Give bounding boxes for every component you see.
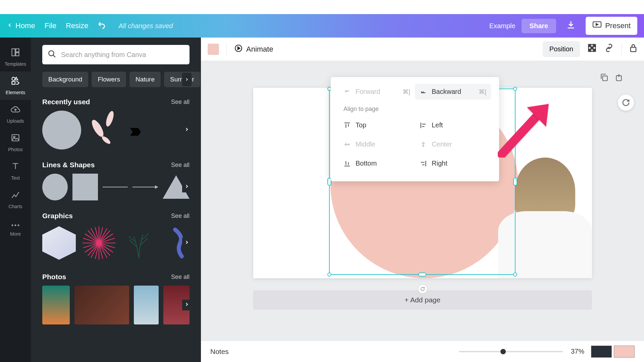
page-thumb-1[interactable]	[591, 346, 612, 358]
nav-photos[interactable]: Photos	[0, 128, 31, 157]
transparency-icon[interactable]	[587, 43, 597, 55]
svg-point-9	[15, 225, 16, 226]
chip-scroll-right[interactable]	[182, 73, 192, 86]
shape-line[interactable]	[103, 187, 128, 187]
svg-rect-47	[603, 76, 607, 81]
resize-handle-tr[interactable]	[513, 87, 517, 91]
nav-templates[interactable]: Templates	[0, 43, 31, 71]
share-button[interactable]: Share	[522, 19, 556, 33]
row-scroll-right[interactable]	[182, 300, 192, 310]
duplicate-page-icon[interactable]	[600, 73, 608, 84]
shape-square[interactable]	[72, 174, 98, 200]
bottom-bar: ⌃ Notes 37%	[201, 341, 644, 362]
element-chevrons[interactable]: ›››	[129, 119, 138, 142]
resize-handle-br[interactable]	[513, 273, 517, 277]
chevron-up-icon[interactable]: ⌃	[420, 34, 425, 41]
canvas-area: Animate Position	[201, 38, 644, 362]
svg-point-8	[12, 225, 13, 226]
element-streaks[interactable]	[86, 111, 125, 149]
backward-label: Backward	[432, 88, 461, 96]
save-status: All changes saved	[118, 22, 173, 30]
elements-icon	[11, 76, 20, 88]
search-input[interactable]	[61, 51, 184, 59]
see-all-shapes[interactable]: See all	[171, 162, 190, 169]
page-thumb-2[interactable]	[614, 346, 635, 358]
zoom-thumb[interactable]	[500, 349, 506, 354]
see-all-recent[interactable]: See all	[171, 99, 190, 106]
lock-icon[interactable]	[629, 43, 637, 55]
element-circle[interactable]	[42, 111, 81, 149]
row-scroll-right[interactable]	[182, 182, 192, 192]
file-menu[interactable]: File	[45, 21, 56, 30]
popup-align-center: Center	[415, 136, 491, 152]
nav-more[interactable]: More	[0, 214, 31, 241]
resize-handle-mr[interactable]	[513, 178, 517, 186]
chip-background[interactable]: Background	[42, 72, 88, 87]
graphic-plant[interactable]	[122, 225, 156, 261]
panel-collapse-handle[interactable]	[198, 232, 201, 252]
shape-circle[interactable]	[42, 174, 68, 200]
see-all-graphics[interactable]: See all	[171, 213, 190, 220]
svg-rect-1	[12, 49, 15, 56]
search-box[interactable]	[42, 45, 190, 64]
nav-label: Uploads	[7, 118, 24, 124]
nav-text[interactable]: Text	[0, 157, 31, 185]
recent-thumbs: ›››	[42, 111, 190, 149]
photo-thumb[interactable]	[42, 286, 70, 324]
graphic-burst[interactable]	[80, 225, 117, 261]
add-page-button[interactable]: + Add page	[253, 290, 592, 310]
popup-align-left[interactable]: Left	[415, 117, 491, 133]
svg-rect-6	[12, 135, 19, 141]
present-button[interactable]: Present	[586, 17, 637, 35]
notes-button[interactable]: Notes	[210, 348, 229, 356]
elements-panel: Background Flowers Nature Summer Recentl…	[31, 38, 201, 362]
popup-align-top[interactable]: Top	[339, 117, 415, 133]
page-actions	[600, 73, 623, 84]
zoom-value: 37%	[571, 348, 584, 355]
row-scroll-right[interactable]	[182, 125, 192, 135]
see-all-photos[interactable]: See all	[171, 274, 190, 281]
popup-align-middle: Middle	[339, 136, 415, 152]
present-label: Present	[605, 21, 631, 30]
add-page-above-icon[interactable]	[614, 73, 623, 84]
home-link[interactable]: Home	[7, 21, 35, 30]
chip-flowers[interactable]: Flowers	[92, 72, 126, 87]
link-icon[interactable]	[604, 44, 614, 55]
canvas-viewport[interactable]: Forward ⌘] Backward ⌘[ Align to page Top	[201, 61, 644, 341]
svg-point-12	[105, 111, 115, 127]
page-thumbnails	[591, 346, 635, 358]
animate-button[interactable]: Animate	[234, 44, 273, 55]
popup-backward[interactable]: Backward ⌘[	[415, 84, 491, 100]
svg-rect-43	[593, 45, 596, 47]
photo-thumb[interactable]	[74, 286, 129, 324]
nav-uploads[interactable]: Uploads	[0, 100, 31, 128]
charts-icon	[11, 190, 20, 202]
section-lines-shapes: Lines & Shapes	[42, 161, 95, 169]
nav-label: Elements	[6, 90, 25, 95]
svg-rect-3	[16, 53, 19, 56]
example-label[interactable]: Example	[489, 22, 516, 30]
popup-align-right[interactable]: Right	[415, 156, 491, 171]
page-refresh-icon[interactable]	[418, 284, 427, 294]
graphic-isometric[interactable]	[42, 225, 76, 261]
resize-handle-bm[interactable]	[418, 273, 426, 277]
download-icon[interactable]	[562, 17, 580, 35]
fill-color-swatch[interactable]	[208, 44, 219, 55]
shape-arrow[interactable]	[132, 187, 158, 187]
chip-nature[interactable]: Nature	[129, 72, 161, 87]
nav-elements[interactable]: Elements	[0, 71, 31, 100]
align-center-icon	[420, 141, 427, 148]
row-scroll-right[interactable]	[182, 238, 192, 248]
nav-label: Text	[11, 175, 20, 181]
photo-thumb[interactable]	[134, 286, 159, 324]
refresh-button[interactable]	[618, 95, 634, 111]
zoom-slider[interactable]	[459, 351, 563, 352]
position-popup: Forward ⌘] Backward ⌘[ Align to page Top	[331, 77, 499, 181]
popup-align-bottom[interactable]: Bottom	[339, 156, 415, 171]
resize-menu[interactable]: Resize	[66, 21, 88, 30]
undo-icon[interactable]	[98, 20, 106, 31]
align-middle-icon	[343, 141, 351, 148]
resize-handle-bl[interactable]	[327, 273, 331, 277]
nav-charts[interactable]: Charts	[0, 185, 31, 214]
position-button[interactable]: Position	[543, 41, 580, 57]
